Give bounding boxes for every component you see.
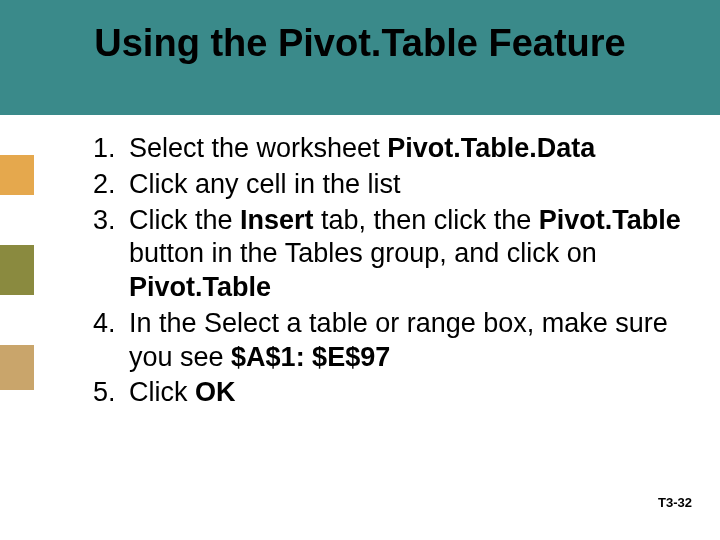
step-text: Select the worksheet bbox=[129, 133, 387, 163]
list-item: Click any cell in the list bbox=[123, 168, 685, 202]
left-accent-blocks bbox=[0, 115, 34, 390]
list-item: Click OK bbox=[123, 376, 685, 410]
accent-block bbox=[0, 155, 34, 195]
slide: Using the Pivot.Table Feature Select the… bbox=[0, 0, 720, 540]
step-text: In the Select a table or range box, make… bbox=[129, 308, 668, 372]
step-bold: Insert bbox=[240, 205, 314, 235]
accent-block bbox=[0, 245, 34, 295]
list-item: In the Select a table or range box, make… bbox=[123, 307, 685, 375]
step-bold: OK bbox=[195, 377, 236, 407]
step-bold: Pivot.Table bbox=[129, 272, 271, 302]
slide-title: Using the Pivot.Table Feature bbox=[0, 22, 720, 65]
step-bold: Pivot.Table.Data bbox=[387, 133, 595, 163]
step-text: Click any cell in the list bbox=[129, 169, 401, 199]
step-text: tab, then click the bbox=[314, 205, 539, 235]
step-text: Click bbox=[129, 377, 195, 407]
accent-block bbox=[0, 295, 34, 345]
accent-block bbox=[0, 115, 34, 155]
step-list: Select the worksheet Pivot.Table.Data Cl… bbox=[75, 132, 685, 410]
content-area: Select the worksheet Pivot.Table.Data Cl… bbox=[75, 132, 685, 412]
step-text: button in the Tables group, and click on bbox=[129, 238, 597, 268]
slide-number: T3-32 bbox=[658, 495, 692, 510]
accent-block bbox=[0, 345, 34, 390]
step-bold: $A$1: $E$97 bbox=[231, 342, 390, 372]
step-text: Click the bbox=[129, 205, 240, 235]
list-item: Click the Insert tab, then click the Piv… bbox=[123, 204, 685, 305]
accent-block bbox=[0, 195, 34, 245]
step-bold: Pivot.Table bbox=[539, 205, 681, 235]
list-item: Select the worksheet Pivot.Table.Data bbox=[123, 132, 685, 166]
